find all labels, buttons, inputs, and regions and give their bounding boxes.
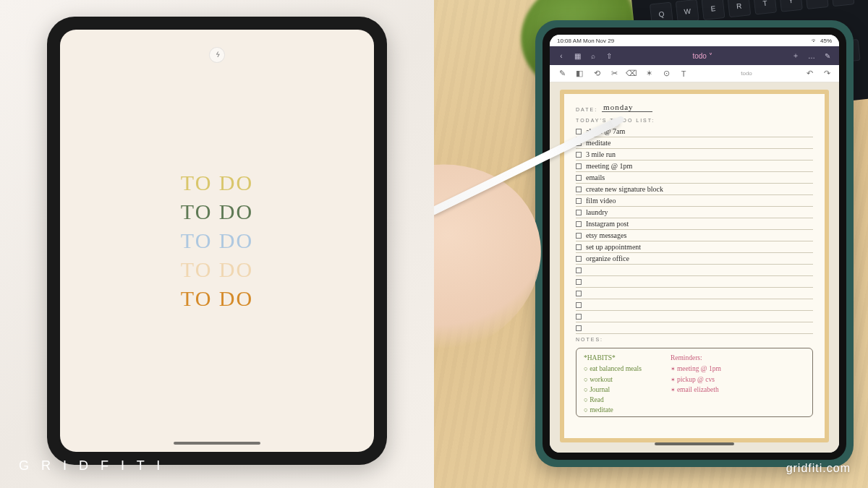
notes-box[interactable]: *HABITS* eat balanced meals workout Jour… — [576, 348, 813, 417]
list-item[interactable]: set up appointment — [576, 241, 813, 253]
ipad-device-right: 10:08 AM Mon Nov 29 ᯤ 45% ‹ ▦ ⌕ ⇧ todo ˅… — [535, 20, 854, 467]
tab-label[interactable]: todo — [696, 70, 797, 77]
list-item[interactable]: meeting @ 1pm — [576, 160, 813, 172]
checkbox-icon[interactable] — [576, 129, 582, 134]
cover-page-badge-icon: ϟ — [209, 47, 225, 63]
text-tool-icon[interactable]: T — [678, 69, 689, 79]
reminders-title: Reminders: — [671, 353, 721, 363]
list-item[interactable]: create new signature block — [576, 184, 813, 195]
habit-item: workout — [584, 374, 642, 385]
list-item[interactable]: meditate — [576, 137, 813, 149]
checkbox-icon[interactable] — [576, 256, 582, 262]
item-text: Instagram post — [586, 221, 629, 228]
goodnotes-toolbar: ✎ ◧ ⟲ ✂ ⌫ ✶ ⊙ T todo ↶ ↷ — [550, 65, 839, 82]
item-text: meeting @ 1pm — [586, 163, 632, 170]
checkbox-icon[interactable] — [576, 175, 582, 181]
list-item[interactable] — [576, 322, 813, 334]
pen-tool-icon[interactable]: ✎ — [557, 69, 567, 79]
checkbox-icon[interactable] — [576, 233, 582, 239]
back-icon[interactable]: ‹ — [557, 51, 566, 60]
item-text: film video — [586, 197, 616, 205]
checkbox-icon[interactable] — [576, 210, 582, 215]
watermark-right: gridfiti.com — [786, 462, 851, 475]
list-item[interactable] — [576, 276, 813, 288]
item-text: 3 mile run — [586, 151, 616, 158]
battery-label: 45% — [820, 38, 832, 44]
list-item[interactable] — [576, 299, 813, 311]
canvas-area[interactable]: DATE: monday TODAY'S TO DO LIST: alarm @… — [550, 82, 839, 453]
reminder-item: email elizabeth — [671, 385, 721, 395]
redo-icon[interactable]: ↷ — [822, 69, 832, 79]
list-item[interactable]: Instagram post — [576, 218, 813, 230]
key: Y — [779, 0, 803, 12]
list-item[interactable]: laundry — [576, 207, 813, 218]
habit-item: eat balanced meals — [584, 364, 642, 374]
checkbox-icon[interactable] — [576, 221, 582, 227]
more-icon[interactable]: … — [807, 51, 816, 60]
date-value[interactable]: monday — [602, 103, 652, 112]
ipad-left-screen[interactable]: ϟ TO DO TO DO TO DO TO DO TO DO — [60, 30, 374, 452]
checkbox-icon[interactable] — [576, 302, 582, 308]
edit-mode-icon[interactable]: ✎ — [823, 51, 832, 60]
checkbox-icon[interactable] — [576, 325, 582, 331]
reminder-item: pickup @ cvs — [671, 374, 721, 385]
checkbox-icon[interactable] — [576, 152, 582, 158]
lasso-tool-icon[interactable]: ⌫ — [626, 69, 637, 79]
list-item[interactable]: organize office — [576, 253, 813, 265]
ipad-bezel: 10:08 AM Mon Nov 29 ᯤ 45% ‹ ▦ ⌕ ⇧ todo ˅… — [542, 27, 846, 460]
goodnotes-app-bar: ‹ ▦ ⌕ ⇧ todo ˅ ＋ … ✎ — [550, 46, 839, 65]
list-item[interactable]: etsy messages — [576, 230, 813, 241]
key — [831, 0, 855, 7]
checkbox-icon[interactable] — [576, 244, 582, 250]
ipad-device-left: ϟ TO DO TO DO TO DO TO DO TO DO — [47, 17, 387, 465]
undo-icon[interactable]: ↶ — [804, 69, 814, 79]
list-item[interactable]: 3 mile run — [576, 149, 813, 160]
list-item[interactable] — [576, 288, 813, 299]
key: R — [727, 0, 751, 17]
todo-line-1: TO DO — [181, 171, 253, 195]
search-icon[interactable]: ⌕ — [589, 51, 597, 60]
key — [805, 0, 829, 9]
item-text: emails — [586, 174, 605, 181]
checkbox-icon[interactable] — [576, 314, 582, 320]
item-text: set up appointment — [586, 244, 641, 251]
todo-line-5: TO DO — [181, 286, 253, 311]
list-item[interactable] — [576, 311, 813, 322]
thumbnails-icon[interactable]: ▦ — [573, 51, 582, 60]
key: E — [702, 0, 726, 20]
list-item[interactable] — [576, 265, 813, 276]
item-text: meditate — [586, 140, 610, 147]
planner-page[interactable]: DATE: monday TODAY'S TO DO LIST: alarm @… — [560, 90, 829, 442]
shape-tool-icon[interactable]: ✂ — [609, 69, 619, 79]
highlighter-tool-icon[interactable]: ⟲ — [592, 69, 602, 79]
todo-cover-title: TO DO TO DO TO DO TO DO TO DO — [181, 171, 253, 311]
document-title[interactable]: todo ˅ — [621, 52, 784, 60]
share-icon[interactable]: ⇧ — [605, 51, 613, 60]
list-item[interactable]: film video — [576, 195, 813, 207]
checkbox-icon[interactable] — [576, 187, 582, 192]
checkbox-icon[interactable] — [576, 291, 582, 296]
ipad-right-screen: 10:08 AM Mon Nov 29 ᯤ 45% ‹ ▦ ⌕ ⇧ todo ˅… — [550, 35, 839, 453]
checkbox-icon[interactable] — [576, 279, 582, 285]
image-tool-icon[interactable]: ⊙ — [661, 69, 671, 79]
ios-status-bar: 10:08 AM Mon Nov 29 ᯤ 45% — [550, 35, 839, 46]
status-time: 10:08 AM Mon Nov 29 — [557, 38, 614, 44]
item-text: laundry — [586, 209, 608, 216]
home-indicator[interactable] — [174, 442, 260, 445]
checkbox-icon[interactable] — [576, 267, 582, 273]
todo-line-4: TO DO — [181, 257, 253, 282]
eraser-tool-icon[interactable]: ◧ — [574, 69, 584, 79]
list-item[interactable]: emails — [576, 172, 813, 184]
notes-heading: NOTES: — [576, 337, 813, 342]
habits-title: *HABITS* — [584, 353, 642, 363]
checkbox-icon[interactable] — [576, 163, 582, 169]
reminder-item: meeting @ 1pm — [671, 364, 721, 374]
elements-tool-icon[interactable]: ✶ — [644, 69, 654, 79]
item-text: etsy messages — [586, 232, 626, 239]
checkbox-icon[interactable] — [576, 198, 582, 204]
todo-line-2: TO DO — [181, 200, 253, 224]
habit-item: Journal — [584, 385, 642, 395]
add-page-icon[interactable]: ＋ — [791, 51, 800, 60]
home-indicator[interactable] — [655, 442, 734, 445]
reminders-column: Reminders: meeting @ 1pm pickup @ cvs em… — [671, 353, 721, 414]
